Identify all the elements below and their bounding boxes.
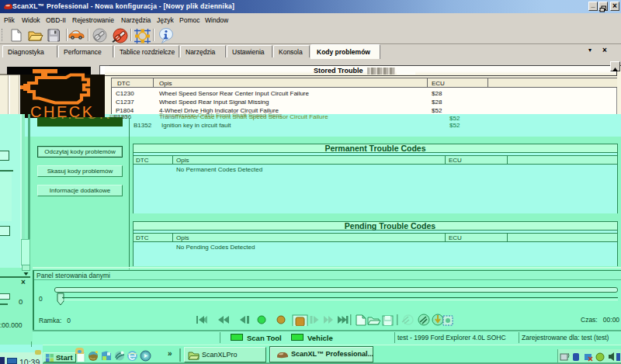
svg-text:CHECK: CHECK (30, 103, 95, 118)
